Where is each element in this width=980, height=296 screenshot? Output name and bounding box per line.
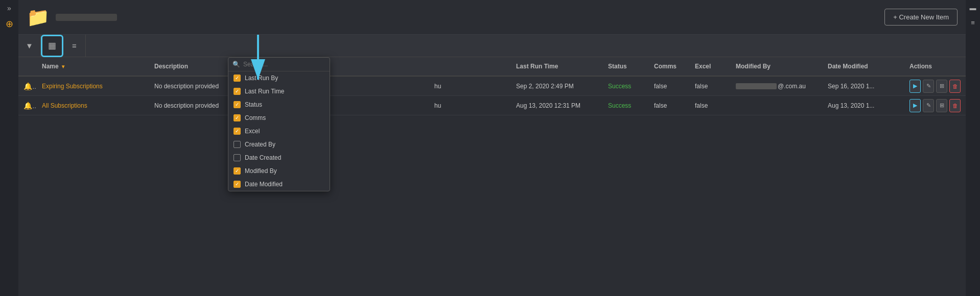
table-toolbar: ▼ ▦ ≡ [18,35,966,57]
dropdown-checkbox[interactable] [234,181,241,188]
dropdown-item-label: Status [245,101,262,108]
dropdown-item[interactable]: Created By [228,138,330,151]
dropdown-checkbox[interactable] [234,128,241,135]
td-name-2[interactable]: All Subscriptions [37,102,149,109]
td-last-run-by-1: hu [429,83,511,90]
delete-button-1[interactable]: 🗑 [949,80,961,93]
dropdown-item-label: Last Run By [245,75,278,82]
dropdown-checkbox[interactable] [234,114,241,121]
grid-button-1[interactable]: ⊞ [936,80,947,93]
dropdown-item[interactable]: Date Created [228,151,330,164]
dropdown-checkbox[interactable] [234,88,241,95]
columns-picker-button[interactable]: ▦ [41,35,63,57]
dropdown-item-label: Modified By [245,167,277,175]
create-new-button[interactable]: + Create New Item [884,9,958,26]
dropdown-search-row: 🔍 [228,58,330,71]
dropdown-item-label: Comms [245,114,266,121]
dropdown-item[interactable]: Last Run By [228,71,330,85]
sidebar-expand-icon[interactable]: » [7,4,11,12]
table-header: Name ▼ Description Last Run Time Status … [18,57,966,77]
sidebar-right-icon2[interactable]: ≡ [971,19,975,27]
td-modified-by-1: @.com.au [731,83,823,90]
grid-button-2[interactable]: ⊞ [936,99,947,112]
th-date-modified: Date Modified [823,63,904,70]
main-content: 📁 + Create New Item ▼ ▦ ≡ Name ▼ Descrip… [18,0,966,115]
dropdown-item[interactable]: Comms [228,111,330,125]
sidebar-right-icon1[interactable]: ▬ [970,4,976,12]
td-status-1: Success [603,83,649,90]
td-excel-1: false [690,83,731,90]
header-left: 📁 [27,7,117,28]
play-button-2[interactable]: ▶ [909,99,921,112]
dropdown-checkbox[interactable] [234,154,241,161]
td-comms-1: false [649,83,690,90]
th-comms: Comms [649,63,690,70]
dropdown-checkbox[interactable] [234,167,241,175]
dropdown-checkbox[interactable] [234,101,241,108]
th-modified-by: Modified By [731,63,823,70]
menu-button[interactable]: ≡ [63,35,86,57]
bell-icon-1: 🔔 [24,82,37,90]
dropdown-item[interactable]: Date Modified [228,178,330,191]
folder-icon: 📁 [27,7,50,28]
td-name-1[interactable]: Expiring Subscriptions [37,83,149,90]
td-date-modified-2: Aug 13, 2020 1... [823,102,904,109]
td-actions-2: ▶ ✎ ⊞ 🗑 [904,99,966,112]
td-excel-2: false [690,102,731,109]
delete-button-2[interactable]: 🗑 [949,99,961,112]
sidebar-circle-icon[interactable]: ⊕ [6,18,13,30]
td-bell-2: 🔔 [18,102,37,110]
dropdown-items-container: Last Run ByLast Run TimeStatusCommsExcel… [228,71,330,191]
table-row: 🔔 Expiring Subscriptions No description … [18,77,966,96]
page-header: 📁 + Create New Item [18,0,966,35]
dropdown-item[interactable]: Status [228,98,330,111]
dropdown-item-label: Created By [245,141,275,148]
td-last-run-time-2: Aug 13, 2020 12:31 PM [511,102,603,109]
th-excel: Excel [690,63,731,70]
th-last-run-time: Last Run Time [511,63,603,70]
td-actions-1: ▶ ✎ ⊞ 🗑 [904,80,966,93]
dropdown-item[interactable]: Modified By [228,164,330,178]
th-name: Name ▼ [37,63,149,70]
bell-icon-2: 🔔 [24,102,37,110]
td-comms-2: false [649,102,690,109]
search-icon: 🔍 [232,61,240,68]
dropdown-search-input[interactable] [243,61,325,68]
dropdown-checkbox[interactable] [234,141,241,148]
dropdown-item-label: Last Run Time [245,88,284,95]
action-btns-2: ▶ ✎ ⊞ 🗑 [909,99,961,112]
dropdown-item[interactable]: Last Run Time [228,85,330,98]
filter-button[interactable]: ▼ [18,35,41,57]
table-row: 🔔 All Subscriptions No description provi… [18,96,966,115]
dropdown-item[interactable]: Excel [228,125,330,138]
email-blur-1 [736,83,777,89]
dropdown-item-label: Date Created [245,154,281,161]
dropdown-item-label: Excel [245,128,260,135]
th-status: Status [603,63,649,70]
table-container: ▼ ▦ ≡ Name ▼ Description Last Run Time S… [18,35,966,115]
play-button-1[interactable]: ▶ [909,80,921,93]
page-title-placeholder [56,14,117,21]
td-last-run-by-2: hu [429,102,511,109]
td-last-run-time-1: Sep 2, 2020 2:49 PM [511,83,603,90]
td-status-2: Success [603,102,649,109]
sidebar-right: ▬ ≡ [966,0,980,296]
edit-button-1[interactable]: ✎ [923,80,934,93]
name-filter-icon[interactable]: ▼ [61,64,66,69]
columns-dropdown-panel: 🔍 Last Run ByLast Run TimeStatusCommsExc… [228,57,330,191]
td-bell-1: 🔔 [18,82,37,90]
edit-button-2[interactable]: ✎ [923,99,934,112]
dropdown-checkbox[interactable] [234,75,241,82]
th-actions: Actions [904,63,966,70]
action-btns-1: ▶ ✎ ⊞ 🗑 [909,80,961,93]
td-date-modified-1: Sep 16, 2020 1... [823,83,904,90]
dropdown-item-label: Date Modified [245,181,283,188]
sidebar-left: » ⊕ [0,0,18,296]
